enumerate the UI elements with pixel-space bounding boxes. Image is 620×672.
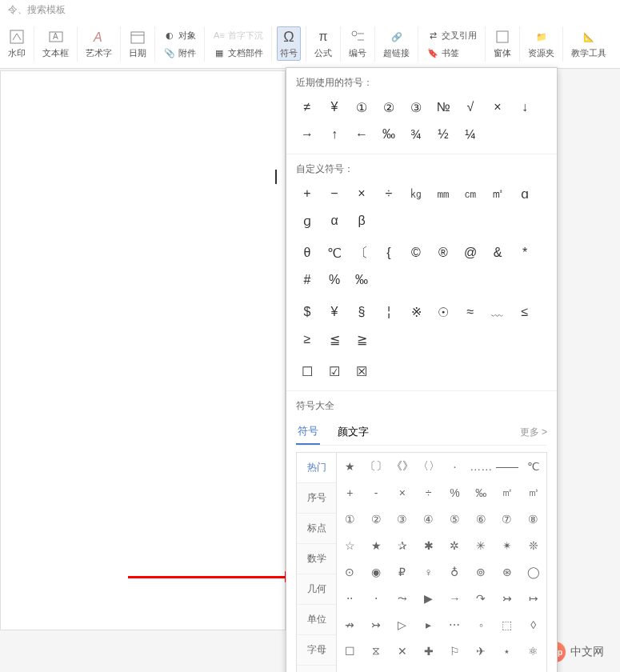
category-item[interactable]: 热门 <box>297 453 336 483</box>
grid-symbol[interactable]: · <box>442 453 468 479</box>
grid-symbol[interactable]: → <box>442 585 468 611</box>
category-item[interactable]: 序号 <box>297 483 336 514</box>
grid-symbol[interactable]: 《》 <box>390 453 416 479</box>
grid-symbol[interactable]: ⑥ <box>468 506 494 532</box>
grid-symbol[interactable]: ⚐ <box>442 638 468 664</box>
textbox-button[interactable]: A 文本框 <box>39 26 72 61</box>
symbol-item[interactable]: $ <box>296 301 318 323</box>
grid-symbol[interactable]: ✕ <box>390 638 416 664</box>
symbol-item[interactable]: ɑ <box>514 182 536 205</box>
symbol-item[interactable]: ☐ <box>296 360 318 382</box>
symbol-item[interactable]: ③ <box>405 96 427 118</box>
grid-symbol[interactable]: ⬢ <box>468 664 494 672</box>
grid-symbol[interactable]: ✳ <box>468 532 494 558</box>
grid-symbol[interactable]: ♟ <box>337 664 363 672</box>
symbol-item[interactable]: § <box>350 301 373 323</box>
symbol-button[interactable]: Ω 符号 <box>277 26 301 61</box>
grid-symbol[interactable]: ✚ <box>415 638 442 664</box>
grid-symbol[interactable]: ▸ <box>415 611 442 638</box>
symbol-item[interactable]: # <box>296 269 318 291</box>
symbol-grid[interactable]: ★〔〕《》〈〉·……——℃+-×÷%‰㎡㎥①②③④⑤⑥⑦⑧☆★✰✱✲✳✴❊⊙◉₽… <box>337 453 546 672</box>
grid-symbol[interactable]: ▦ <box>442 664 468 672</box>
symbol-item[interactable]: ℃ <box>323 242 346 264</box>
symbol-item[interactable]: ↑ <box>323 123 346 146</box>
symbol-item[interactable]: + <box>296 182 318 205</box>
grid-symbol[interactable]: ⑧ <box>520 506 546 532</box>
grid-symbol[interactable]: ✰ <box>390 532 416 558</box>
tab-emoji[interactable]: 颜文字 <box>336 420 370 444</box>
grid-symbol[interactable]: % <box>442 479 468 506</box>
symbol-item[interactable]: ≠ <box>296 96 318 118</box>
grid-symbol[interactable]: ㎡ <box>494 479 521 506</box>
symbol-item[interactable]: © <box>405 242 427 264</box>
grid-symbol[interactable]: ③ <box>390 506 416 532</box>
grid-symbol[interactable]: ⋯ <box>442 611 468 638</box>
grid-symbol[interactable]: ⋆ <box>494 638 521 664</box>
symbol-item[interactable]: ‰ <box>350 269 373 291</box>
grid-symbol[interactable]: ☐ <box>337 638 363 664</box>
bookmark-button[interactable]: 🔖 书签 <box>423 45 480 61</box>
symbol-item[interactable]: ① <box>350 96 373 118</box>
symbol-item[interactable]: ﹏ <box>486 301 509 323</box>
symbol-item[interactable]: ¾ <box>405 123 427 146</box>
grid-symbol[interactable]: ❊ <box>520 532 546 558</box>
grid-symbol[interactable]: ℃ <box>520 453 546 479</box>
grid-symbol[interactable]: ① <box>337 506 363 532</box>
symbol-item[interactable]: ≦ <box>323 328 346 350</box>
symbol-item[interactable]: № <box>432 96 454 118</box>
symbol-item[interactable]: α <box>323 210 346 232</box>
document-area[interactable] <box>0 70 286 630</box>
symbol-item[interactable]: ㎜ <box>432 182 454 205</box>
symbol-item[interactable]: % <box>323 269 346 291</box>
grid-symbol[interactable]: ◦ <box>468 611 494 638</box>
grid-symbol[interactable]: ‰ <box>468 479 494 506</box>
symbol-item[interactable]: ㎏ <box>405 182 427 205</box>
grid-symbol[interactable]: ◐ <box>494 664 521 672</box>
hyperlink-button[interactable]: 🔗 超链接 <box>380 26 413 61</box>
dropcap-button[interactable]: A≡ 首字下沉 <box>210 27 266 43</box>
symbol-item[interactable]: × <box>486 96 509 118</box>
symbol-item[interactable]: ☑ <box>323 360 346 382</box>
grid-symbol[interactable]: ⊙ <box>337 558 363 585</box>
symbol-item[interactable]: ※ <box>405 301 427 323</box>
grid-symbol[interactable]: ◊ <box>520 611 546 638</box>
grid-symbol[interactable]: ⬚ <box>494 611 521 638</box>
category-item[interactable]: 数学 <box>297 544 336 574</box>
symbol-item[interactable]: ½ <box>432 123 454 146</box>
wordart-button[interactable]: A 艺术字 <box>82 26 115 61</box>
grid-symbol[interactable]: 〈〉 <box>415 453 442 479</box>
crossref-button[interactable]: ⇄ 交叉引用 <box>423 27 480 43</box>
grid-symbol[interactable]: …… <box>468 453 494 479</box>
symbol-item[interactable]: ☉ <box>432 301 454 323</box>
symbol-item[interactable]: − <box>323 182 346 205</box>
category-item[interactable]: 标点 <box>297 514 336 544</box>
grid-symbol[interactable]: ⊛ <box>494 558 521 585</box>
symbol-item[interactable]: * <box>514 242 536 264</box>
grid-symbol[interactable]: ✈ <box>468 638 494 664</box>
symbol-item[interactable]: θ <box>296 242 318 264</box>
grid-symbol[interactable]: ÷ <box>415 479 442 506</box>
object-button[interactable]: ◐ 对象 <box>160 27 199 43</box>
grid-symbol[interactable]: ⧖ <box>363 638 390 664</box>
symbol-item[interactable]: { <box>378 242 400 264</box>
grid-symbol[interactable]: ↦ <box>520 585 546 611</box>
grid-symbol[interactable]: 〔〕 <box>363 453 390 479</box>
symbol-item[interactable]: ≧ <box>350 328 373 350</box>
symbol-item[interactable]: ☒ <box>350 360 373 382</box>
grid-symbol[interactable]: ◉ <box>363 558 390 585</box>
grid-symbol[interactable]: ⑦ <box>494 506 521 532</box>
grid-symbol[interactable]: ✱ <box>415 532 442 558</box>
attachment-button[interactable]: 📎 附件 <box>160 45 199 61</box>
symbol-item[interactable]: ÷ <box>378 182 400 205</box>
symbol-item[interactable]: ¦ <box>378 301 400 323</box>
teaching-button[interactable]: 📐 教学工具 <box>568 26 610 61</box>
grid-symbol[interactable]: ⤳ <box>390 585 416 611</box>
grid-symbol[interactable]: ♁ <box>442 558 468 585</box>
symbol-item[interactable]: ¼ <box>459 123 482 146</box>
symbol-item[interactable]: & <box>486 242 509 264</box>
formula-button[interactable]: π 公式 <box>311 26 335 61</box>
grid-symbol[interactable]: ₽ <box>390 558 416 585</box>
docparts-button[interactable]: ▦ 文档部件 <box>210 45 266 61</box>
grid-symbol[interactable]: ✴ <box>494 532 521 558</box>
symbol-item[interactable]: → <box>296 123 318 146</box>
